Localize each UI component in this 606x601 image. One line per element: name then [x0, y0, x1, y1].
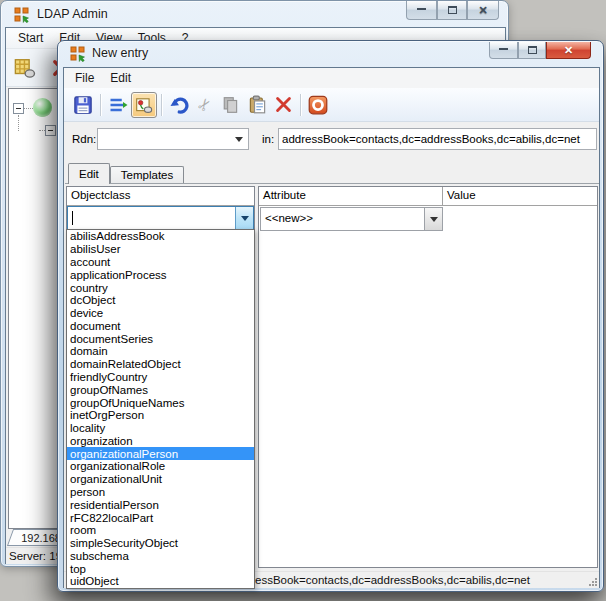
copy-icon[interactable] — [218, 92, 244, 118]
dropdown-item[interactable]: simpleSecurityObject — [67, 537, 254, 550]
dropdown-item[interactable]: domain — [67, 345, 254, 358]
objectclass-combobox[interactable] — [67, 206, 254, 230]
dropdown-item[interactable]: subschema — [67, 550, 254, 563]
resize-grip[interactable] — [587, 576, 598, 587]
dropdown-item[interactable]: organizationalPerson — [67, 447, 254, 460]
dropdown-item[interactable]: device — [67, 307, 254, 320]
tab-edit[interactable]: Edit — [68, 163, 110, 184]
server-node-icon[interactable] — [33, 98, 52, 117]
main-caption-buttons: ✕ — [406, 1, 499, 20]
dropdown-item[interactable]: groupOfUniqueNames — [67, 396, 254, 409]
menu-item[interactable]: File — [67, 68, 102, 88]
menu-item[interactable]: Edit — [102, 68, 139, 88]
close-button[interactable]: ✕ — [467, 1, 499, 20]
menu-item[interactable]: Start — [10, 28, 51, 48]
in-input[interactable] — [278, 128, 597, 150]
chevron-down-icon[interactable] — [235, 137, 243, 142]
maximize-button[interactable] — [518, 42, 546, 59]
dialog-client: FileEdit — [63, 67, 600, 588]
delete-icon[interactable] — [270, 92, 296, 118]
minimize-button[interactable] — [489, 42, 518, 59]
undo-icon[interactable] — [166, 92, 192, 118]
tab-strip: Edit Templates — [68, 163, 184, 184]
attribute-header: Attribute — [259, 187, 443, 205]
dropdown-item[interactable]: abilisUser — [67, 243, 254, 256]
new-entry-dialog: New entry ✕ FileEdit — [57, 40, 604, 592]
dropdown-item[interactable]: organization — [67, 435, 254, 448]
dropdown-item[interactable]: inetOrgPerson — [67, 409, 254, 422]
tree-expand-icon[interactable] — [45, 125, 56, 136]
export-icon[interactable] — [105, 92, 131, 118]
dropdown-item[interactable]: dcObject — [67, 294, 254, 307]
rdn-row: Rdn: in: — [64, 128, 599, 154]
dropdown-item[interactable]: abilisAddressBook — [67, 230, 254, 243]
app-logo-icon — [14, 7, 30, 23]
value-header: Value — [443, 187, 597, 205]
dropdown-item[interactable]: domainRelatedObject — [67, 358, 254, 371]
paste-icon[interactable] — [244, 92, 270, 118]
maximize-button[interactable] — [437, 1, 467, 20]
dropdown-item[interactable]: top — [67, 562, 254, 575]
connect-icon[interactable] — [12, 55, 38, 81]
template-toggle-icon[interactable] — [131, 92, 157, 118]
dropdown-item[interactable]: applicationProcess — [67, 268, 254, 281]
dialog-title: New entry — [92, 46, 148, 60]
dropdown-item[interactable]: locality — [67, 422, 254, 435]
dropdown-item[interactable]: rFC822localPart — [67, 511, 254, 524]
cut-icon[interactable]: ✂ — [192, 92, 218, 118]
dialog-caption-buttons: ✕ — [489, 42, 591, 59]
dropdown-item[interactable]: friendlyCountry — [67, 371, 254, 384]
tab-templates[interactable]: Templates — [110, 166, 184, 184]
dialog-menubar: FileEdit — [64, 68, 599, 88]
objectclass-dropdown-list[interactable]: abilisAddressBookabilisUseraccountapplic… — [66, 229, 255, 589]
desktop: LDAP Admin ✕ StartEditViewTools? — [0, 0, 606, 601]
rdn-combobox[interactable] — [97, 128, 249, 150]
dropdown-item[interactable]: documentSeries — [67, 332, 254, 345]
dialog-toolbar: ✂ — [64, 88, 599, 122]
exit-icon[interactable] — [305, 92, 331, 118]
chevron-down-icon[interactable] — [235, 207, 253, 229]
minimize-button[interactable] — [406, 1, 437, 20]
dropdown-item[interactable]: document — [67, 319, 254, 332]
dropdown-item[interactable]: account — [67, 256, 254, 269]
attribute-value-panel: Attribute Value <<new>> — [258, 186, 598, 568]
text-caret — [72, 211, 73, 225]
rdn-label: Rdn: — [72, 133, 96, 145]
dialog-logo-icon — [70, 46, 86, 62]
save-icon[interactable] — [70, 92, 96, 118]
tree-expand-icon[interactable] — [13, 103, 24, 114]
dropdown-item[interactable]: country — [67, 281, 254, 294]
close-button[interactable]: ✕ — [546, 42, 591, 59]
chevron-down-icon[interactable] — [424, 208, 442, 230]
dropdown-item[interactable]: organizationalRole — [67, 460, 254, 473]
dropdown-item[interactable]: uidObject — [67, 575, 254, 588]
objectclass-header: Objectclass — [67, 187, 254, 206]
dropdown-item[interactable]: room — [67, 524, 254, 537]
dropdown-item[interactable]: person — [67, 486, 254, 499]
status-fragment-right: essBook=contacts,dc=addressBooks,dc=abil… — [255, 574, 530, 586]
dropdown-item[interactable]: residentialPerson — [67, 498, 254, 511]
in-label: in: — [262, 133, 274, 145]
attribute-combobox[interactable]: <<new>> — [260, 207, 443, 231]
dropdown-item[interactable]: organizationalUnit — [67, 473, 254, 486]
main-window-title: LDAP Admin — [37, 7, 108, 21]
dropdown-item[interactable]: groupOfNames — [67, 383, 254, 396]
